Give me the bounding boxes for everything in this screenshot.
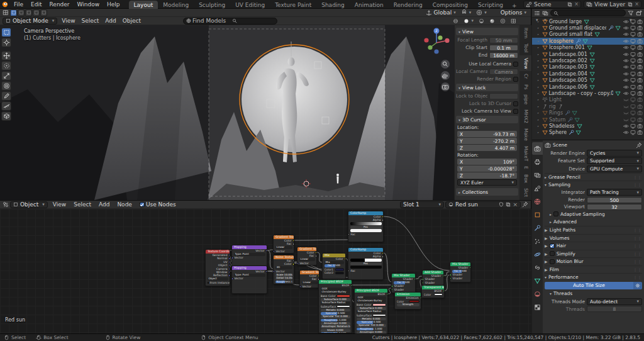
copy-icon[interactable] bbox=[506, 202, 511, 207]
eye-off-icon[interactable] bbox=[623, 117, 629, 123]
threads-field[interactable]: 8 bbox=[587, 306, 642, 312]
node-slider[interactable]: Roughness 0.545 bbox=[275, 281, 292, 284]
socket[interactable] bbox=[350, 284, 352, 286]
node-gradient-texture[interactable]: Gradient TextureColorFacLinearVector bbox=[297, 247, 317, 266]
socket[interactable] bbox=[392, 289, 393, 291]
node-value-field[interactable]: Metallic 0.000 bbox=[357, 318, 386, 321]
panel-checkbox-hair[interactable] bbox=[550, 243, 555, 249]
sidebar-tab-slct[interactable]: Slct bbox=[519, 186, 531, 199]
node-value-field[interactable]: Specular Tint 0.000 bbox=[357, 324, 386, 327]
panel-options[interactable]: ⋮⋮ bbox=[633, 267, 642, 272]
camera-photo-icon[interactable] bbox=[637, 31, 643, 37]
properties-tab-mesh[interactable] bbox=[532, 274, 543, 287]
tool-scale[interactable] bbox=[1, 71, 11, 81]
scene-selector[interactable]: Scene × bbox=[523, 1, 581, 8]
add-workspace-button[interactable]: + bbox=[508, 3, 521, 9]
node-mix[interactable]: MixColorMixFac 0.500Color1Color2 bbox=[322, 253, 346, 279]
node-dropdown[interactable]: Type: Point bbox=[234, 253, 265, 256]
node-noise-texture[interactable]: Noise TextureFacColor3DVectorScale 10.00… bbox=[273, 255, 294, 284]
outliner-item-landscape-004[interactable]: ‣Landscape.004 bbox=[532, 70, 644, 77]
pin-icon[interactable] bbox=[636, 142, 642, 148]
monitor-icon[interactable] bbox=[630, 91, 636, 96]
socket[interactable] bbox=[382, 219, 383, 221]
node-principled-bsdf[interactable]: Principled BSDFBSDFGGXChristensen-Burley… bbox=[354, 288, 388, 334]
outliner-item-shadeless[interactable]: ‣Shadeless bbox=[532, 123, 644, 129]
workspace-tab-layout[interactable]: Layout bbox=[129, 1, 158, 9]
camera-photo-icon[interactable] bbox=[637, 123, 643, 129]
node-gradient-texture[interactable]: Gradient TextureColorFacLinearVector bbox=[273, 235, 294, 254]
socket[interactable] bbox=[228, 261, 230, 263]
socket[interactable] bbox=[300, 286, 301, 288]
monitor-icon[interactable] bbox=[630, 31, 636, 37]
node-texture-coordinate[interactable]: Texture CoordinateGeneratedNormalUVObjec… bbox=[205, 249, 230, 286]
color-ramp-gradient[interactable] bbox=[350, 259, 382, 262]
node-slider[interactable]: Specular 0.500 bbox=[321, 312, 350, 315]
viewport-menu-view[interactable]: View bbox=[58, 18, 78, 24]
viewport-menu-select[interactable]: Select bbox=[79, 18, 103, 24]
filter-icon[interactable] bbox=[628, 10, 634, 16]
tool-box-select[interactable] bbox=[1, 28, 11, 37]
node-dropdown[interactable]: Linear bbox=[299, 258, 315, 261]
editor-type-icon[interactable] bbox=[534, 10, 540, 16]
node-checkbox-row[interactable]: From Instancer bbox=[206, 281, 230, 284]
panel-film[interactable]: ▶Film⋮⋮ bbox=[545, 266, 642, 274]
expand-arrow[interactable]: ‣ bbox=[537, 85, 541, 89]
eye-off-icon[interactable] bbox=[623, 110, 629, 116]
node-dropdown[interactable]: Object bbox=[208, 277, 228, 281]
panel-volumes[interactable]: ▶Volumes⋮⋮ bbox=[545, 234, 642, 242]
use-local-camera-checkbox[interactable] bbox=[513, 62, 518, 67]
eye-off-icon[interactable] bbox=[623, 104, 629, 109]
camera-photo-icon[interactable] bbox=[637, 45, 643, 50]
socket[interactable] bbox=[315, 252, 316, 254]
node-value-field[interactable]: Anisotropic Rotation 0.000 bbox=[321, 325, 350, 328]
monitor-icon[interactable] bbox=[630, 71, 636, 77]
panel-checkbox-simplify[interactable] bbox=[550, 251, 555, 256]
node-dropdown[interactable]: Linear bbox=[302, 281, 318, 284]
copy-icon[interactable] bbox=[567, 2, 572, 7]
sidebar-tab-tool[interactable]: Tool bbox=[519, 41, 531, 55]
workspace-tab-scripting[interactable]: Scripting bbox=[473, 1, 508, 9]
camera-photo-icon[interactable] bbox=[637, 58, 643, 64]
shading-grid[interactable] bbox=[509, 18, 518, 25]
clip-start-field[interactable]: 0.1 m bbox=[489, 45, 518, 51]
select-mode-button-0[interactable] bbox=[10, 9, 17, 16]
monitor-icon[interactable] bbox=[630, 123, 636, 129]
socket[interactable] bbox=[228, 254, 230, 256]
eye-icon[interactable] bbox=[623, 77, 629, 83]
sidebar-tab-hor[interactable]: Hor bbox=[519, 199, 531, 200]
eye-icon[interactable] bbox=[623, 130, 629, 135]
node-slider[interactable]: Fac 0.500 bbox=[325, 264, 344, 267]
workspace-tab-sculpting[interactable]: Sculpting bbox=[194, 1, 230, 9]
socket[interactable] bbox=[344, 258, 345, 260]
view-layer-selector[interactable]: View Layer × bbox=[584, 1, 641, 8]
node-principled-bsdf[interactable]: Principled BSDFBSDFGGXChristensen-Burley… bbox=[318, 279, 352, 333]
panel-grease-pencil[interactable]: ▸Grease Pencil⋮⋮ bbox=[545, 173, 642, 181]
panel-view-lock-header[interactable]: ▾View Lock bbox=[456, 84, 518, 91]
viewport-canvas[interactable]: Z Camera Perspective (1) Cutters | Icosp… bbox=[0, 25, 531, 200]
properties-tab-checker[interactable] bbox=[532, 301, 543, 313]
expand-arrow[interactable]: ‣ bbox=[537, 72, 541, 76]
workspace-tab-texture-paint[interactable]: Texture Paint bbox=[270, 1, 316, 9]
color-swatch[interactable] bbox=[336, 305, 350, 308]
workspace-tab-modeling[interactable]: Modeling bbox=[158, 1, 194, 9]
clip-end-field[interactable]: 16000 m bbox=[489, 52, 518, 59]
workspace-tab-uv-editing[interactable]: UV Editing bbox=[230, 1, 270, 9]
expand-arrow[interactable]: ‣ bbox=[537, 52, 541, 57]
properties-tab-physics[interactable] bbox=[532, 248, 543, 260]
outliner-item-rig[interactable]: ‣rig bbox=[532, 103, 644, 109]
panel-3d-cursor-header[interactable]: ▾3D Cursor bbox=[456, 116, 518, 123]
socket[interactable] bbox=[228, 271, 230, 273]
blender-logo-icon[interactable] bbox=[2, 1, 8, 8]
eye-icon[interactable] bbox=[623, 19, 629, 25]
adaptive-sampling-checkbox[interactable] bbox=[553, 211, 558, 216]
node-dropdown[interactable]: Type: Point bbox=[234, 274, 265, 277]
find-models-search[interactable]: Find Models bbox=[183, 18, 277, 25]
socket[interactable] bbox=[382, 252, 383, 254]
tool-add-cube[interactable] bbox=[1, 111, 11, 121]
node-value-field[interactable]: Scale 10.000 bbox=[275, 274, 292, 277]
socket[interactable] bbox=[348, 233, 350, 235]
socket[interactable] bbox=[419, 297, 421, 299]
panel-options[interactable]: ⋮⋮ bbox=[633, 236, 642, 240]
properties-tab-scene-icon[interactable] bbox=[532, 182, 543, 194]
node-slider[interactable]: Specular 0.500 bbox=[357, 321, 386, 324]
